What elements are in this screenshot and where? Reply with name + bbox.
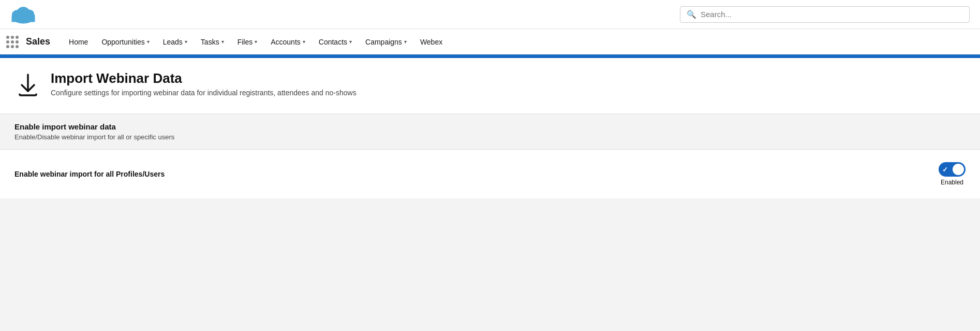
app-name: Sales (26, 36, 50, 47)
nav-accounts[interactable]: Accounts▾ (264, 28, 311, 55)
top-bar: 🔍 (0, 0, 980, 29)
toggle-wrap: ✓ Enabled (939, 162, 966, 186)
page-title: Import Webinar Data (51, 70, 357, 87)
nav-bar: Sales Home Opportunities▾ Leads▾ Tasks▾ … (0, 29, 980, 56)
content-area: Import Webinar Data Configure settings f… (0, 56, 980, 198)
enable-toggle[interactable]: ✓ (939, 162, 966, 177)
page-header-text: Import Webinar Data Configure settings f… (51, 70, 357, 97)
import-icon (14, 71, 41, 103)
toggle-thumb (953, 164, 964, 175)
page-subtitle: Configure settings for importing webinar… (51, 89, 357, 97)
chevron-down-icon: ▾ (349, 39, 352, 45)
app-switcher-icon[interactable] (6, 36, 19, 48)
salesforce-logo (10, 5, 36, 24)
search-icon: 🔍 (687, 10, 696, 19)
nav-items: Home Opportunities▾ Leads▾ Tasks▾ Files▾… (63, 28, 449, 55)
nav-contacts[interactable]: Contacts▾ (313, 28, 358, 55)
page-header: Import Webinar Data Configure settings f… (0, 58, 980, 114)
nav-leads[interactable]: Leads▾ (157, 28, 194, 55)
svg-rect-4 (12, 17, 35, 22)
section-desc: Enable/Disable webinar import for all or… (14, 133, 966, 141)
nav-files[interactable]: Files▾ (231, 28, 264, 55)
nav-opportunities[interactable]: Opportunities▾ (95, 28, 155, 55)
nav-tasks[interactable]: Tasks▾ (195, 28, 230, 55)
chevron-down-icon: ▾ (147, 39, 150, 45)
chevron-down-icon: ▾ (303, 39, 305, 45)
chevron-down-icon: ▾ (404, 39, 407, 45)
toggle-status: Enabled (941, 179, 963, 186)
search-bar[interactable]: 🔍 (680, 6, 970, 23)
chevron-down-icon: ▾ (255, 39, 257, 45)
chevron-down-icon: ▾ (221, 39, 224, 45)
section-row: Enable import webinar data Enable/Disabl… (0, 114, 980, 150)
svg-point-3 (17, 7, 29, 17)
section-title: Enable import webinar data (14, 122, 966, 131)
checkmark-icon: ✓ (942, 166, 948, 174)
nav-home[interactable]: Home (63, 28, 94, 55)
toggle-label: Enable webinar import for all Profiles/U… (14, 170, 165, 178)
chevron-down-icon: ▾ (185, 39, 187, 45)
toggle-row: Enable webinar import for all Profiles/U… (0, 150, 980, 198)
search-input[interactable] (701, 10, 963, 19)
nav-campaigns[interactable]: Campaigns▾ (359, 28, 413, 55)
nav-webex[interactable]: Webex (414, 28, 449, 55)
